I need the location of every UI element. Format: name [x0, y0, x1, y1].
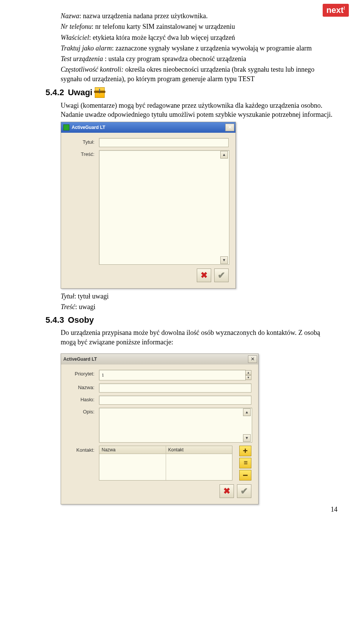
heading-uwagi: 5.4.2 Uwagi [46, 87, 334, 98]
titlebar: ActiveGuard LT ✕ [61, 122, 235, 133]
titlebar: ActiveGuard LT ✕ [61, 354, 258, 364]
kontakt-table[interactable]: Nazwa Kontakt [99, 446, 232, 481]
page-number: 14 [331, 506, 337, 514]
priorytet-label: Priorytet: [68, 370, 94, 377]
scroll-down-button[interactable]: ▼ [220, 256, 228, 264]
spin-down-icon[interactable]: ▼ [245, 375, 251, 380]
spin-up-icon[interactable]: ▲ [245, 370, 251, 375]
osoby-description: Do urządzenia przypisana może być dowoln… [61, 328, 334, 347]
haslo-label: Hasło: [68, 396, 94, 402]
window-title: ActiveGuard LT [72, 125, 105, 130]
osoby-dialog: ActiveGuard LT ✕ Priorytet: 1 ▲ ▼ Nazwa: [61, 353, 259, 504]
ok-button[interactable]: ✔ [237, 484, 251, 498]
close-button[interactable]: ✕ [248, 355, 257, 363]
cancel-button[interactable]: ✖ [220, 484, 234, 498]
col-kontakt-header[interactable]: Kontakt [166, 446, 232, 454]
cancel-button[interactable]: ✖ [197, 269, 211, 282]
tytul-input[interactable] [99, 138, 229, 147]
priorytet-input[interactable]: 1 [99, 370, 246, 380]
heading-osoby: 5.4.3 Osoby [46, 315, 334, 325]
uwagi-description: Uwagi (komentarze) mogą być redagowane p… [61, 101, 334, 119]
opis-textarea[interactable] [99, 408, 252, 443]
remove-button[interactable]: − [239, 470, 251, 481]
scroll-up-button[interactable]: ▲ [220, 151, 228, 159]
tresc-textarea[interactable] [99, 150, 229, 265]
kontakt-label: Kontakt: [68, 446, 94, 481]
haslo-input[interactable] [99, 396, 251, 405]
tytul-label: Tytuł: [68, 138, 94, 145]
tresc-label: Treść: [68, 150, 94, 157]
add-button[interactable]: + [239, 446, 251, 456]
scroll-down-button[interactable]: ▼ [243, 434, 251, 442]
priorytet-spinner[interactable]: ▲ ▼ [245, 370, 251, 380]
alert-icon [95, 87, 105, 98]
opis-label: Opis: [68, 408, 94, 415]
intro-paragraph: Nazwa: nazwa urządzenia nadana przez uży… [61, 11, 334, 83]
uwagi-field-desc: Tytuł: tytuł uwagi Treść: uwagi [61, 292, 334, 312]
window-title: ActiveGuard LT [63, 357, 97, 362]
app-icon [63, 124, 69, 130]
brand-logo: next! [323, 4, 349, 17]
uwagi-dialog: ActiveGuard LT ✕ Tytuł: Treść: ▲ ▼ ✖ ✔ [61, 122, 236, 289]
edit-button[interactable]: ≡ [239, 458, 251, 468]
ok-button[interactable]: ✔ [214, 269, 229, 282]
col-nazwa-header[interactable]: Nazwa [99, 446, 166, 454]
close-button[interactable]: ✕ [225, 124, 234, 131]
nazwa-input[interactable] [99, 383, 251, 393]
nazwa-label: Nazwa: [68, 383, 94, 390]
scroll-up-button[interactable]: ▲ [243, 408, 251, 416]
